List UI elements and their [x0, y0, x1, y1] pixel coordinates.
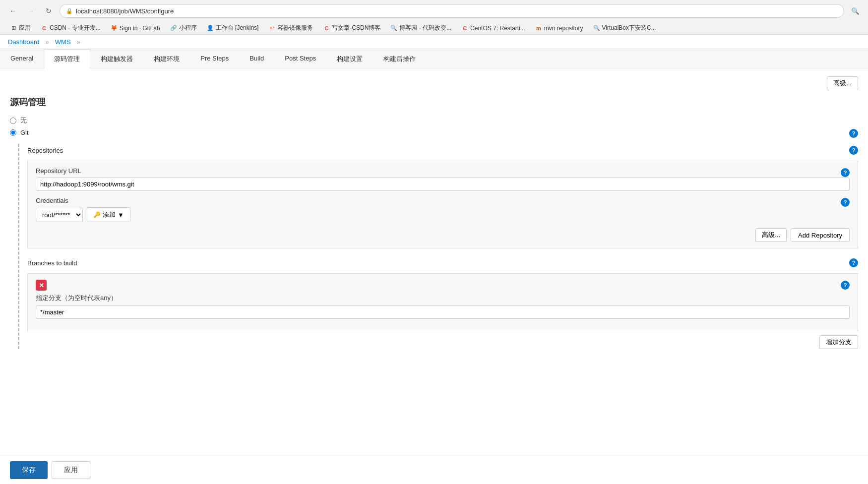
tab-general[interactable]: General — [0, 49, 44, 68]
advanced-repo-button[interactable]: 高级... — [755, 228, 787, 242]
mvn-icon: m — [535, 25, 542, 32]
bookmark-jenkins[interactable]: 👤 工作台 [Jenkins] — [203, 23, 263, 33]
virtualbox-icon: 🔍 — [593, 25, 600, 32]
radio-git[interactable] — [10, 129, 16, 136]
tab-pre-steps[interactable]: Pre Steps — [190, 49, 239, 68]
repo-url-input[interactable] — [36, 178, 850, 191]
tab-build-env[interactable]: 构建环境 — [143, 49, 190, 68]
repo-url-row: Repository URL ? — [36, 167, 850, 191]
csdn-icon: C — [41, 25, 48, 32]
repo-url-label: Repository URL — [36, 167, 81, 175]
breadcrumb-project[interactable]: WMS — [55, 38, 71, 46]
git-help-icon[interactable]: ? — [849, 129, 858, 138]
bookmark-centos[interactable]: C CentOS 7: Restarti... — [457, 24, 529, 33]
branches-help-icon[interactable]: ? — [849, 258, 858, 267]
delete-branch-button[interactable]: ✕ — [36, 280, 47, 291]
tab-source-mgmt[interactable]: 源码管理 — [44, 49, 90, 68]
section-title: 源码管理 — [10, 96, 858, 108]
lock-icon: 🔒 — [66, 8, 73, 14]
miniprogram-icon: 🔗 — [170, 25, 177, 32]
bookmark-cnblogs[interactable]: 🔍 博客园 - 代码改变... — [386, 23, 455, 33]
bookmark-miniprogram[interactable]: 🔗 小程序 — [166, 23, 201, 33]
branch-input[interactable] — [36, 305, 850, 319]
breadcrumb: Dashboard » WMS » — [0, 35, 868, 49]
add-credential-button[interactable]: 🔑 添加 ▼ — [87, 207, 130, 222]
csdn-blog-icon: C — [323, 25, 330, 32]
tabs-bar: General 源码管理 构建触发器 构建环境 Pre Steps Build … — [0, 49, 868, 68]
repo-actions: 高级... Add Repository — [36, 228, 850, 242]
bookmarks-bar: ⊞ 应用 C CSDN - 专业开发... 🦊 Sign in · GitLab… — [0, 22, 868, 35]
branch-field-label: 指定分支（为空时代表any） — [36, 294, 850, 302]
bookmark-csdn[interactable]: C CSDN - 专业开发... — [37, 23, 105, 33]
refresh-button[interactable]: ↻ — [42, 4, 56, 18]
address-bar[interactable]: 🔒 localhost:8080/job/WMS/configure — [60, 4, 844, 18]
add-branch-button[interactable]: 增加分支 — [819, 335, 858, 349]
breadcrumb-sep2: » — [77, 38, 80, 46]
add-cred-label: 添加 — [103, 210, 116, 219]
advanced-top-button[interactable]: 高级... — [827, 76, 858, 90]
centos-icon: C — [461, 25, 468, 32]
forward-button[interactable]: → — [24, 4, 38, 18]
branches-section: Branches to build ? ✕ ? 指定分支（为空时代表any） — [27, 258, 858, 349]
tab-build[interactable]: Build — [239, 49, 274, 68]
radio-none[interactable] — [10, 118, 16, 124]
repositories-section: Repositories ? Repository URL ? — [18, 144, 858, 349]
branches-title: Branches to build — [27, 259, 77, 267]
bookmark-virtualbox[interactable]: 🔍 VirtualBox下安装C... — [589, 23, 660, 33]
radio-none-label: 无 — [20, 116, 27, 125]
repositories-help-icon[interactable]: ? — [849, 146, 858, 155]
search-button[interactable]: 🔍 — [848, 4, 862, 18]
container-icon: ↩ — [268, 25, 275, 32]
branch-field-row: 指定分支（为空时代表any） — [36, 294, 850, 319]
bookmark-mvn[interactable]: m mvn repository — [531, 24, 587, 33]
breadcrumb-sep1: » — [46, 38, 49, 46]
bottom-bar: 保存 应用 — [0, 456, 868, 477]
radio-none-option[interactable]: 无 — [10, 116, 858, 125]
jenkins-icon: 👤 — [207, 25, 214, 32]
credentials-help-icon[interactable]: ? — [841, 198, 850, 207]
apply-button[interactable]: 应用 — [52, 461, 90, 477]
back-button[interactable]: ← — [6, 4, 20, 18]
repository-box: Repository URL ? Credentials ? — [27, 161, 858, 248]
tab-post-build[interactable]: 构建后操作 — [373, 49, 426, 68]
cnblogs-icon: 🔍 — [390, 25, 397, 32]
credentials-row: Credentials ? root/****** 🔑 添加 ▼ — [36, 197, 850, 222]
repo-url-help-icon[interactable]: ? — [841, 168, 850, 177]
bookmark-csdn-blog[interactable]: C 写文章-CSDN博客 — [319, 23, 384, 33]
tab-build-trigger[interactable]: 构建触发器 — [90, 49, 143, 68]
breadcrumb-dashboard[interactable]: Dashboard — [8, 38, 40, 46]
branch-item: ✕ ? 指定分支（为空时代表any） — [27, 273, 858, 331]
radio-git-option[interactable]: Git — [10, 129, 29, 136]
apps-icon: ⊞ — [10, 25, 17, 32]
radio-git-label: Git — [20, 129, 29, 136]
gitlab-icon: 🦊 — [111, 25, 118, 32]
tab-build-settings[interactable]: 构建设置 — [326, 49, 373, 68]
add-repository-button[interactable]: Add Repository — [791, 228, 850, 242]
bookmark-container[interactable]: ↩ 容器镜像服务 — [264, 23, 317, 33]
add-cred-arrow: ▼ — [118, 211, 124, 219]
credentials-select[interactable]: root/****** — [36, 208, 83, 222]
save-button[interactable]: 保存 — [10, 461, 48, 477]
repositories-title: Repositories — [27, 147, 63, 154]
credentials-label: Credentials — [36, 197, 68, 204]
key-icon: 🔑 — [93, 211, 101, 218]
bookmark-gitlab[interactable]: 🦊 Sign in · GitLab — [107, 24, 164, 33]
url-text: localhost:8080/job/WMS/configure — [76, 7, 174, 15]
branch-actions: 增加分支 — [27, 335, 858, 349]
tab-post-steps[interactable]: Post Steps — [274, 49, 326, 68]
branch-field-help-icon[interactable]: ? — [841, 281, 850, 290]
bookmark-apps[interactable]: ⊞ 应用 — [6, 23, 35, 33]
